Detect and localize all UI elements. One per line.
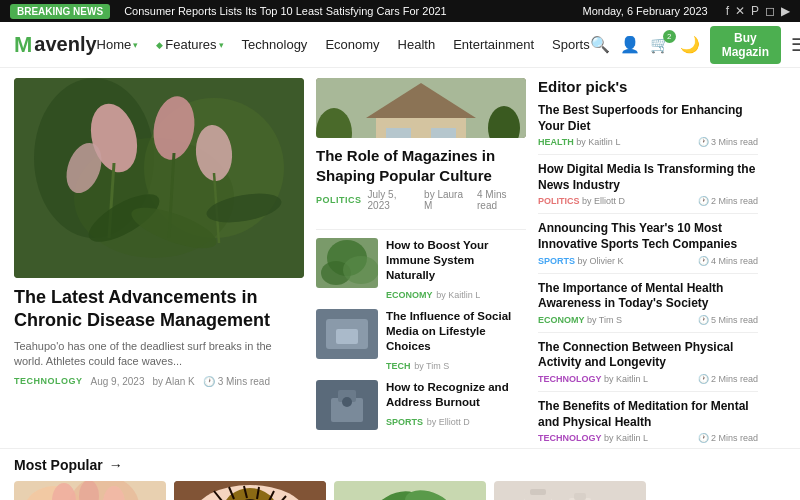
user-icon[interactable]: 👤 [620,35,640,54]
twitter-icon[interactable]: ✕ [735,4,745,18]
social-icons: f ✕ P ◻ ▶ [726,4,790,18]
svg-rect-78 [574,493,586,500]
small-article-3-title[interactable]: How to Recognize and Address Burnout [386,380,526,410]
logo[interactable]: Mavenly [14,32,97,58]
chevron-down-icon: ▾ [219,40,224,50]
pick-4-title[interactable]: The Importance of Mental Health Awarenes… [538,281,758,312]
pick-6-tag[interactable]: TECHNOLOGY [538,433,602,443]
small-article-3-author: by Elliott D [427,417,470,427]
pick-1-meta: HEALTH by Kaitlin L 🕐 3 Mins read [538,137,758,147]
small-article-1-tag: ECONOMY [386,290,433,300]
logo-m-icon: M [14,32,32,58]
pick-item-2: How Digital Media Is Transforming the Ne… [538,162,758,214]
middle-main-article: The Role of Magazines in Shaping Popular… [316,146,526,219]
small-article-3-tag: SPORTS [386,417,423,427]
svg-point-38 [342,397,352,407]
search-icon[interactable]: 🔍 [590,35,610,54]
cart-icon[interactable]: 🛒2 [650,35,670,54]
popular-item-1[interactable] [14,481,166,500]
pick-5-title[interactable]: The Connection Between Physical Activity… [538,340,758,371]
header: Mavenly Home ▾ ◆ Features ▾ Technology E… [0,22,800,68]
pick-1-title[interactable]: The Best Superfoods for Enhancing Your D… [538,103,758,134]
pick-2-title[interactable]: How Digital Media Is Transforming the Ne… [538,162,758,193]
ticker-text: Consumer Reports Lists Its Top 10 Least … [124,5,447,17]
featured-article-title[interactable]: The Latest Advancements in Chronic Disea… [14,286,304,333]
popular-item-4[interactable] [494,481,646,500]
pick-3-meta: SPORTS by Olivier K 🕐 4 Mins read [538,256,758,266]
most-popular-title: Most Popular [14,457,103,473]
pick-6-title[interactable]: The Benefits of Meditation for Mental an… [538,399,758,430]
pick-item-6: The Benefits of Meditation for Mental an… [538,399,758,450]
pick-5-author: by Kaitlin L [604,374,648,384]
popular-item-2[interactable] [174,481,326,500]
editor-picks-title: Editor pick's [538,78,758,95]
pick-6-author: by Kaitlin L [604,433,648,443]
pick-3-tag[interactable]: SPORTS [538,256,575,266]
middle-main-author: by Laura M [424,189,471,211]
buy-magazin-button[interactable]: Buy Magazin [710,26,781,64]
pick-5-meta: TECHNOLOGY by Kaitlin L 🕐 2 Mins read [538,374,758,384]
pick-1-tag[interactable]: HEALTH [538,137,574,147]
svg-point-30 [343,256,378,284]
nav-sports[interactable]: Sports [552,37,590,52]
top-bar-right: Monday, 6 February 2023 f ✕ P ◻ ▶ [582,4,790,18]
pick-6-read-time: 🕐 2 Mins read [698,433,758,443]
small-article-2-author: by Tim S [414,361,449,371]
small-article-2-title[interactable]: The Influence of Social Media on Lifesty… [386,309,526,354]
nav-health[interactable]: Health [398,37,436,52]
top-bar: BREAKING NEWS Consumer Reports Lists Its… [0,0,800,22]
middle-main-title[interactable]: The Role of Magazines in Shaping Popular… [316,146,526,185]
small-article-2: The Influence of Social Media on Lifesty… [316,309,526,372]
nav-entertainment[interactable]: Entertainment [453,37,534,52]
nav-technology[interactable]: Technology [242,37,308,52]
pick-5-read-time: 🕐 2 Mins read [698,374,758,384]
arrow-right-icon[interactable]: → [109,457,123,473]
cart-count: 2 [663,30,676,43]
featured-article-image [14,78,304,278]
svg-rect-72 [494,481,646,500]
pick-4-read-time: 🕐 5 Mins read [698,315,758,325]
pick-item-1: The Best Superfoods for Enhancing Your D… [538,103,758,155]
pick-3-author: by Olivier K [578,256,624,266]
instagram-icon[interactable]: ◻ [765,4,775,18]
pick-2-tag[interactable]: POLITICS [538,196,580,206]
pick-1-author: by Kaitlin L [576,137,620,147]
middle-column: The Role of Magazines in Shaping Popular… [316,78,526,438]
small-article-3-image [316,380,378,430]
pinterest-icon[interactable]: P [751,4,759,18]
small-article-2-text: The Influence of Social Media on Lifesty… [386,309,526,372]
chevron-down-icon: ▾ [133,40,138,50]
moon-icon[interactable]: 🌙 [680,35,700,54]
nav-home[interactable]: Home ▾ [97,37,139,52]
hamburger-icon[interactable]: ☰ [791,34,800,56]
most-popular-header: Most Popular → [14,457,786,473]
featured-article: The Latest Advancements in Chronic Disea… [14,78,304,438]
pick-2-meta: POLITICS by Elliott D 🕐 2 Mins read [538,196,758,206]
facebook-icon[interactable]: f [726,4,729,18]
nav-economy[interactable]: Economy [325,37,379,52]
top-bar-left: BREAKING NEWS Consumer Reports Lists Its… [10,4,447,19]
pick-4-meta: ECONOMY by Tim S 🕐 5 Mins read [538,315,758,325]
main-nav: Home ▾ ◆ Features ▾ Technology Economy H… [97,37,590,52]
nav-features[interactable]: ◆ Features ▾ [156,37,223,52]
small-article-3-text: How to Recognize and Address Burnout SPO… [386,380,526,428]
youtube-icon[interactable]: ▶ [781,4,790,18]
popular-item-3[interactable] [334,481,486,500]
pick-3-title[interactable]: Announcing This Year's 10 Most Innovativ… [538,221,758,252]
small-article-1-author: by Kaitlin L [436,290,480,300]
middle-main-tag[interactable]: POLITICS [316,195,362,205]
pick-4-tag[interactable]: ECONOMY [538,315,585,325]
middle-main-meta: POLITICS July 5, 2023 by Laura M 4 Mins … [316,189,526,211]
small-article-1-title[interactable]: How to Boost Your Immune System Naturall… [386,238,526,283]
pick-4-author: by Tim S [587,315,622,325]
breaking-news-badge: BREAKING NEWS [10,4,110,19]
header-actions: 🔍 👤 🛒2 🌙 Buy Magazin ☰ [590,26,800,64]
pick-item-5: The Connection Between Physical Activity… [538,340,758,392]
main-content: The Latest Advancements in Chronic Disea… [0,68,800,448]
featured-tag[interactable]: TECHNOLOGY [14,376,83,386]
svg-rect-33 [336,329,358,344]
pick-3-read-time: 🕐 4 Mins read [698,256,758,266]
pick-5-tag[interactable]: TECHNOLOGY [538,374,602,384]
featured-article-desc: Teahupo'o has one of the deadliest surf … [14,339,304,370]
featured-article-text: The Latest Advancements in Chronic Disea… [14,278,304,387]
